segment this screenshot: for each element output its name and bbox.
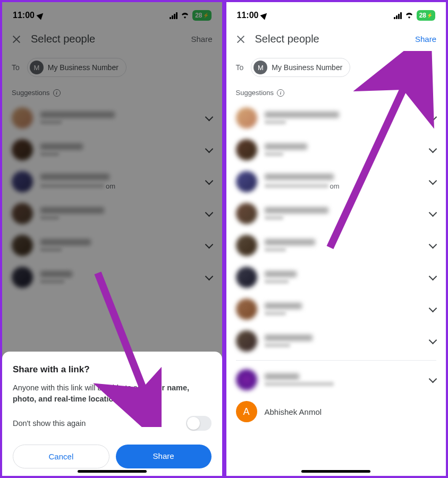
chevron-down-icon[interactable] (429, 178, 436, 185)
list-item[interactable] (2, 229, 222, 261)
chevron-down-icon[interactable] (429, 114, 436, 122)
list-item[interactable]: om (2, 166, 222, 198)
chevron-down-icon[interactable] (429, 146, 436, 153)
recipient-chip[interactable]: M My Business Number (251, 58, 350, 77)
list-item[interactable] (226, 198, 446, 229)
info-icon[interactable]: i (277, 89, 284, 97)
chevron-down-icon[interactable] (429, 274, 436, 281)
share-button[interactable]: Share (415, 35, 436, 44)
list-item[interactable] (2, 261, 222, 293)
toggle-label: Don't show this again (13, 419, 86, 428)
cancel-button[interactable]: Cancel (13, 445, 109, 468)
to-label: To (236, 63, 244, 72)
avatar: M (253, 61, 267, 74)
avatar: M (30, 61, 44, 74)
signal-icon (170, 12, 177, 19)
list-item[interactable]: A Abhishek Anmol (226, 396, 446, 428)
info-icon[interactable]: i (53, 89, 61, 97)
to-label: To (12, 63, 20, 72)
wifi-icon (180, 12, 190, 19)
chevron-down-icon[interactable] (429, 337, 436, 345)
chevron-down-icon[interactable] (205, 114, 213, 122)
home-indicator[interactable] (78, 470, 147, 473)
list-item[interactable] (2, 134, 222, 166)
dont-show-toggle[interactable] (186, 416, 212, 431)
chevron-down-icon[interactable] (205, 210, 213, 217)
wifi-icon (404, 12, 414, 19)
suggestions-label: Suggestions (12, 89, 50, 97)
list-item[interactable] (226, 325, 446, 357)
chevron-down-icon[interactable] (429, 210, 436, 217)
suggestions-label: Suggestions (236, 89, 274, 97)
list-item[interactable] (2, 102, 222, 134)
location-icon (36, 11, 45, 20)
list-item[interactable] (2, 198, 222, 229)
list-item[interactable] (226, 229, 446, 261)
page-title: Select people (255, 33, 405, 45)
chip-label: My Business Number (272, 63, 342, 72)
signal-icon (394, 12, 402, 19)
location-icon (260, 11, 269, 20)
contact-name: Abhishek Anmol (265, 407, 437, 416)
time: 11:00 (237, 11, 259, 20)
chip-label: My Business Number (48, 63, 119, 72)
dialog-body: Anyone with this link will be able to se… (13, 382, 212, 406)
list-item[interactable] (226, 261, 446, 293)
list-item[interactable] (226, 134, 446, 166)
chevron-down-icon[interactable] (429, 376, 436, 383)
chevron-down-icon[interactable] (205, 178, 213, 185)
page-title: Select people (31, 33, 181, 45)
avatar: A (236, 401, 257, 422)
chevron-down-icon[interactable] (429, 305, 436, 313)
list-item[interactable]: om (226, 166, 446, 198)
list-item[interactable] (226, 293, 446, 325)
battery-icon: 28⚡ (192, 10, 211, 21)
chevron-down-icon[interactable] (205, 242, 213, 249)
chevron-down-icon[interactable] (205, 146, 213, 153)
chevron-down-icon[interactable] (205, 274, 213, 281)
close-icon[interactable] (236, 35, 246, 44)
close-icon[interactable] (12, 35, 21, 44)
chevron-down-icon[interactable] (429, 242, 436, 249)
list-item[interactable] (226, 364, 446, 396)
dialog-title: Share with a link? (13, 364, 212, 375)
status-bar: 11:00 28⚡ (226, 2, 446, 25)
battery-icon: 28⚡ (417, 10, 435, 21)
share-button[interactable]: Share (116, 445, 212, 468)
time: 11:00 (13, 11, 35, 20)
share-button[interactable]: Share (191, 35, 212, 44)
share-dialog: Share with a link? Anyone with this link… (2, 352, 222, 476)
home-indicator[interactable] (301, 470, 370, 473)
recipient-chip[interactable]: M My Business Number (27, 58, 126, 77)
status-bar: 11:00 28⚡ (2, 2, 222, 25)
list-item[interactable] (226, 102, 446, 134)
